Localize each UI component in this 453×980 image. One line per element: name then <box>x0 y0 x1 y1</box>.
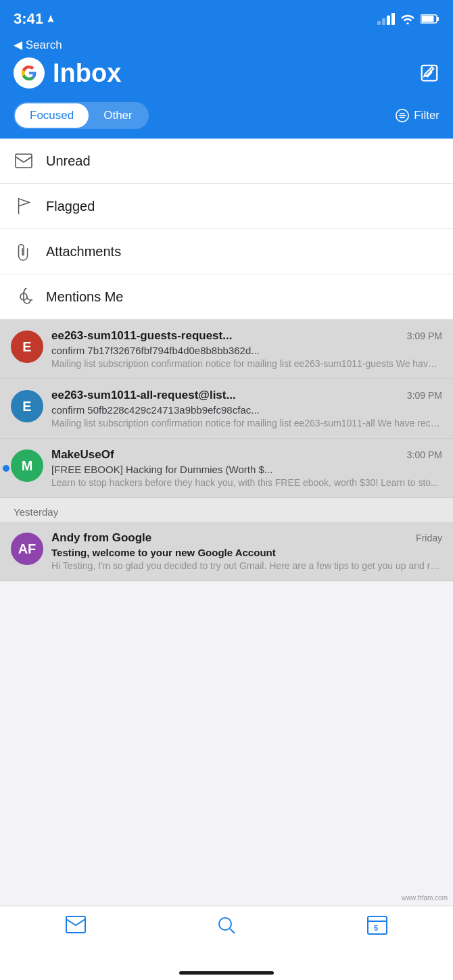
tab-bar-mail[interactable] <box>66 916 86 933</box>
email-preview-2: Mailing list subscription confirmation n… <box>51 418 442 428</box>
paperclip-icon <box>14 241 34 262</box>
flagged-menu-item[interactable]: Flagged <box>0 184 453 229</box>
location-icon <box>46 14 55 24</box>
email-time-1: 3:09 PM <box>407 330 442 341</box>
email-time-2: 3:09 PM <box>407 390 442 401</box>
email-sender-1: ee263-sum1011-guests-request... <box>51 329 402 343</box>
email-sender-2: ee263-sum1011-all-request@list... <box>51 389 402 402</box>
svg-text:5: 5 <box>374 924 378 932</box>
svg-rect-2 <box>422 16 434 22</box>
tab-bar: 5 <box>0 906 453 980</box>
email-subject-1: confirm 7b17f32676fbf794fb4d0e8b8bb362d.… <box>51 345 442 356</box>
email-subject-4: Testing, welcome to your new Google Acco… <box>51 547 442 558</box>
avatar-1: E <box>11 330 43 363</box>
email-sender-3: MakeUseOf <box>51 448 402 462</box>
email-list: E ee263-sum1011-guests-request... 3:09 P… <box>0 320 453 581</box>
flagged-label: Flagged <box>46 199 95 214</box>
email-time-3: 3:00 PM <box>407 449 442 460</box>
unread-menu-item[interactable]: Unread <box>0 139 453 184</box>
yesterday-label: Yesterday <box>14 506 58 518</box>
email-content-2: ee263-sum1011-all-request@list... 3:09 P… <box>51 389 442 428</box>
svg-line-15 <box>230 929 235 933</box>
search-tab-icon <box>217 916 236 935</box>
filter-icon <box>395 108 410 123</box>
email-content-4: Andy from Google Friday Testing, welcome… <box>51 531 442 571</box>
svg-rect-3 <box>437 17 439 21</box>
avatar-2: E <box>11 390 43 422</box>
email-preview-1: Mailing list subscription confirmation n… <box>51 358 442 369</box>
unread-dot <box>3 465 9 472</box>
time-display: 3:41 <box>14 10 43 28</box>
mentions-menu-item[interactable]: Mentions Me <box>0 274 453 319</box>
back-label: ◀ Search <box>14 38 62 52</box>
mail-tab-icon <box>66 916 86 933</box>
attachments-menu-item[interactable]: Attachments <box>0 229 453 274</box>
focused-tab[interactable]: Focused <box>15 103 89 128</box>
watermark: www.frfam.com <box>402 894 448 902</box>
back-search-btn[interactable]: ◀ Search <box>14 38 439 52</box>
inbox-title: Inbox <box>53 59 121 88</box>
status-bar: 3:41 <box>0 0 453 35</box>
unread-label: Unread <box>46 153 91 169</box>
mentions-label: Mentions Me <box>46 289 124 305</box>
flag-icon <box>14 196 34 216</box>
email-time-4: Friday <box>416 533 442 543</box>
filter-tabs-bar: Focused Other Filter <box>0 95 453 139</box>
svg-rect-10 <box>16 154 32 168</box>
google-logo <box>14 57 45 89</box>
tab-bar-calendar[interactable]: 5 <box>367 916 387 935</box>
calendar-tab-icon: 5 <box>367 916 387 935</box>
email-preview-4: Hi Testing, I'm so glad you decided to t… <box>51 560 442 571</box>
filter-button[interactable]: Filter <box>395 108 439 123</box>
attachments-label: Attachments <box>46 244 121 260</box>
email-item-2[interactable]: E ee263-sum1011-all-request@list... 3:09… <box>0 379 453 439</box>
email-subject-3: [FREE EBOOK] Hacking for Dummies (Worth … <box>51 464 442 475</box>
compose-button[interactable] <box>419 63 439 83</box>
envelope-icon <box>14 151 34 171</box>
battery-icon <box>421 14 439 24</box>
header: ◀ Search Inbox <box>0 35 453 95</box>
at-icon <box>14 287 34 307</box>
other-tab[interactable]: Other <box>89 103 147 128</box>
yesterday-section-header: Yesterday <box>0 498 453 522</box>
inbox-tab-group: Focused Other <box>14 102 149 129</box>
compose-icon <box>419 63 439 83</box>
avatar-4: AF <box>11 533 43 565</box>
svg-point-14 <box>219 918 231 930</box>
filter-menu: Unread Flagged Attachments Mentions Me <box>0 139 453 320</box>
email-content-3: MakeUseOf 3:00 PM [FREE EBOOK] Hacking f… <box>51 448 442 488</box>
avatar-3: M <box>11 449 43 482</box>
status-icons <box>377 13 439 25</box>
email-sender-4: Andy from Google <box>51 531 410 545</box>
email-item-1[interactable]: E ee263-sum1011-guests-request... 3:09 P… <box>0 320 453 379</box>
wifi-icon <box>400 14 415 24</box>
signal-icon <box>377 13 395 25</box>
email-content-1: ee263-sum1011-guests-request... 3:09 PM … <box>51 329 442 369</box>
status-time: 3:41 <box>14 10 55 28</box>
email-item-4[interactable]: AF Andy from Google Friday Testing, welc… <box>0 522 453 581</box>
email-subject-2: confirm 50fb228c429c24713a9bb9efc98cfac.… <box>51 404 442 416</box>
svg-point-0 <box>406 22 409 24</box>
filter-label: Filter <box>414 109 439 122</box>
email-preview-3: Learn to stop hackers before they hack y… <box>51 477 442 488</box>
tab-bar-search[interactable] <box>217 916 236 935</box>
email-item-3[interactable]: M MakeUseOf 3:00 PM [FREE EBOOK] Hacking… <box>0 439 453 498</box>
home-indicator <box>179 971 274 975</box>
